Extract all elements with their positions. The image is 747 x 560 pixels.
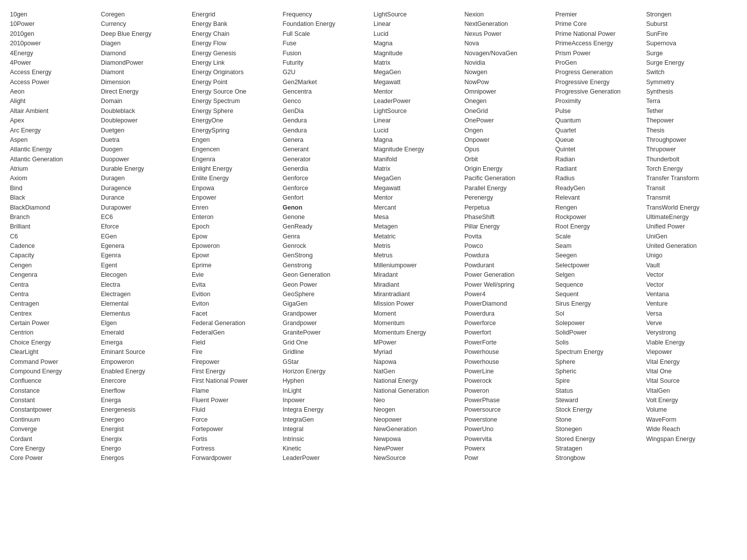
list-item: Radian bbox=[555, 155, 641, 164]
list-item: Cordant bbox=[10, 435, 96, 444]
list-item: 2010power bbox=[10, 39, 96, 48]
list-item: Onpower bbox=[465, 135, 551, 145]
list-item: Suburst bbox=[646, 19, 733, 29]
list-item: Energa bbox=[101, 396, 187, 405]
list-item: C6 bbox=[10, 232, 96, 241]
list-item: Verve bbox=[646, 319, 733, 328]
list-item: Strongen bbox=[646, 10, 733, 19]
list-item: Mercant bbox=[374, 203, 460, 213]
list-item: 2010gen bbox=[10, 29, 96, 39]
list-item: Fire bbox=[192, 347, 278, 357]
list-item: Energix bbox=[101, 435, 187, 444]
list-item: Genera bbox=[283, 135, 369, 145]
list-item: Fuse bbox=[283, 39, 369, 48]
list-item: Thrupower bbox=[646, 145, 733, 154]
list-item: Enercore bbox=[101, 376, 187, 386]
list-item: Powdura bbox=[465, 251, 551, 260]
list-item: Stone bbox=[555, 415, 641, 425]
list-item: Command Power bbox=[10, 357, 96, 367]
list-item: NewPower bbox=[374, 444, 460, 453]
list-item: Symmetry bbox=[646, 78, 733, 87]
list-item: United Generation bbox=[646, 241, 733, 251]
list-item: Vector bbox=[646, 270, 733, 280]
list-item: Altair Ambient bbox=[10, 107, 96, 116]
list-item: Frequency bbox=[283, 10, 369, 19]
list-item: Powersource bbox=[465, 405, 551, 415]
list-item: Continuum bbox=[10, 415, 96, 425]
list-item: Durapower bbox=[101, 203, 187, 213]
list-item: Matrix bbox=[374, 164, 460, 174]
list-item: Eprime bbox=[192, 261, 278, 270]
list-item: Ongen bbox=[465, 126, 551, 135]
list-item: Power Well/spring bbox=[465, 280, 551, 290]
list-item: BlackDiamond bbox=[10, 203, 96, 213]
list-item: Viable Energy bbox=[646, 338, 733, 347]
list-item: Elemental bbox=[101, 299, 187, 309]
list-item: Magnitude Energy bbox=[374, 145, 460, 154]
list-item: Miradant bbox=[374, 270, 460, 280]
list-item: Solepower bbox=[555, 319, 641, 328]
list-item: Energy Chain bbox=[192, 29, 278, 39]
list-item: Eviton bbox=[192, 299, 278, 309]
list-item: Strongbow bbox=[555, 453, 641, 463]
list-item: Energo bbox=[101, 444, 187, 453]
list-item: Mirantradiant bbox=[374, 290, 460, 299]
list-item: Alight bbox=[10, 97, 96, 106]
column-col6: NexionNextGenerationNexus PowerNovaNovag… bbox=[465, 10, 556, 463]
list-item: Constance bbox=[10, 386, 96, 396]
list-item: Metagen bbox=[374, 222, 460, 231]
list-item: MegaGen bbox=[374, 68, 460, 77]
list-item: Novidia bbox=[465, 58, 551, 68]
list-item: Apex bbox=[10, 116, 96, 125]
list-item: Durable Energy bbox=[101, 164, 187, 174]
list-item: Perenergy bbox=[465, 193, 551, 203]
list-item: Generdia bbox=[283, 164, 369, 174]
list-item: GigaGen bbox=[283, 299, 369, 309]
list-item: Matrix bbox=[374, 58, 460, 68]
list-item: Duogen bbox=[101, 145, 187, 154]
list-item: Genrock bbox=[283, 241, 369, 251]
list-item: NatGen bbox=[374, 367, 460, 376]
list-item: First Energy bbox=[192, 367, 278, 376]
list-item: Epowr bbox=[192, 251, 278, 260]
list-item: Elementus bbox=[101, 309, 187, 319]
list-item: Powerdura bbox=[465, 309, 551, 319]
list-item: Integral bbox=[283, 425, 369, 434]
list-item: Energy Point bbox=[192, 78, 278, 87]
list-item: Hyphen bbox=[283, 376, 369, 386]
column-col8: StrongenSuburstSunFireSupernovaSurgeSurg… bbox=[646, 10, 738, 463]
list-item: Epow bbox=[192, 232, 278, 241]
list-item: Magna bbox=[374, 39, 460, 48]
list-item: Elecogen bbox=[101, 270, 187, 280]
list-item: EC6 bbox=[101, 213, 187, 222]
list-item: Epoweron bbox=[192, 241, 278, 251]
list-item: Integra Energy bbox=[283, 405, 369, 415]
list-item: Enabled Energy bbox=[101, 367, 187, 376]
list-item: Direct Energy bbox=[101, 87, 187, 97]
list-item: Converge bbox=[10, 425, 96, 434]
list-item: Powerock bbox=[465, 376, 551, 386]
list-item: Constantpower bbox=[10, 405, 96, 415]
list-item: Grid One bbox=[283, 338, 369, 347]
list-item: Neopower bbox=[374, 415, 460, 425]
list-item: First National Power bbox=[192, 376, 278, 386]
list-item: Pillar Energy bbox=[465, 222, 551, 231]
list-item: PowerLine bbox=[465, 367, 551, 376]
list-item: Mentor bbox=[374, 87, 460, 97]
list-item: Spheric bbox=[555, 367, 641, 376]
list-item: Doublepower bbox=[101, 116, 187, 125]
list-item: Vital One bbox=[646, 367, 733, 376]
main-list: 10gen10Power2010gen2010power4Energy4Powe… bbox=[10, 10, 737, 463]
list-item: Seam bbox=[555, 241, 641, 251]
list-item: Certain Power bbox=[10, 319, 96, 328]
list-item: PowerPhase bbox=[465, 396, 551, 405]
list-item: Synthesis bbox=[646, 87, 733, 97]
list-item: Evition bbox=[192, 290, 278, 299]
list-item: Bind bbox=[10, 184, 96, 193]
list-item: Prime Core bbox=[555, 19, 641, 29]
list-item: OneGrid bbox=[465, 107, 551, 116]
list-item: Fluent Power bbox=[192, 396, 278, 405]
list-item: Gen2Market bbox=[283, 78, 369, 87]
list-item: Gendura bbox=[283, 116, 369, 125]
list-item: Unified Power bbox=[646, 222, 733, 231]
